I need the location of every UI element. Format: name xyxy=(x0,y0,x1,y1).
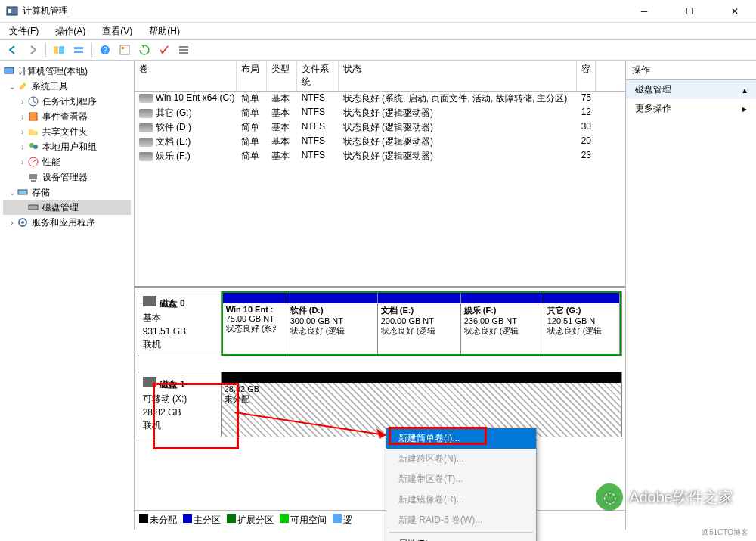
volume-row[interactable]: 娱乐 (F:)简单基本NTFS状态良好 (逻辑驱动器)23 xyxy=(135,149,625,163)
disk-1-row[interactable]: 磁盘 1 可移动 (X:) 28.82 GB 联机 28.82 GB 未分配 xyxy=(138,372,622,437)
tree-storage[interactable]: ⌄ 存储 xyxy=(3,185,131,200)
minimize-button[interactable]: ─ xyxy=(629,1,659,22)
volume-row[interactable]: 软件 (D:)简单基本NTFS状态良好 (逻辑驱动器)30 xyxy=(135,120,625,135)
svg-rect-5 xyxy=(74,47,83,49)
volume-row[interactable]: Win 10 Ent x64 (C:)简单基本NTFS状态良好 (系统, 启动,… xyxy=(135,92,625,106)
svg-rect-0 xyxy=(7,7,17,15)
clock-icon xyxy=(27,95,39,107)
folder-share-icon xyxy=(27,126,39,138)
svg-rect-21 xyxy=(31,180,36,182)
wrench-icon xyxy=(17,80,29,92)
services-icon xyxy=(17,216,29,229)
actions-pane: 操作 磁盘管理▴ 更多操作▸ xyxy=(626,61,756,530)
back-button[interactable] xyxy=(5,42,21,58)
col-status[interactable]: 状态 xyxy=(339,61,577,91)
help-icon[interactable]: ? xyxy=(97,42,113,58)
svg-rect-10 xyxy=(122,47,124,49)
disk-0-partition[interactable]: 其它 (G:)120.51 GB N状态良好 (逻辑 xyxy=(544,293,620,354)
tree-system-tools[interactable]: ⌄ 系统工具 xyxy=(3,79,131,94)
refresh-icon[interactable] xyxy=(136,42,153,58)
ctx-new-raid5-volume: 新建 RAID-5 卷(W)... xyxy=(386,510,536,530)
svg-rect-23 xyxy=(29,205,38,210)
device-icon xyxy=(27,171,39,183)
tree-root[interactable]: 计算机管理(本地) xyxy=(3,64,131,79)
views-icon[interactable] xyxy=(70,42,87,58)
menu-bar: 文件(F) 操作(A) 查看(V) 帮助(H) xyxy=(0,23,756,39)
svg-point-18 xyxy=(33,145,38,149)
storage-icon xyxy=(17,186,29,198)
svg-rect-4 xyxy=(59,46,64,54)
col-layout[interactable]: 布局 xyxy=(237,61,267,91)
tree-services[interactable]: › 服务和应用程序 xyxy=(3,215,131,230)
svg-rect-11 xyxy=(179,46,188,48)
col-type[interactable]: 类型 xyxy=(267,61,297,91)
tree-local-users[interactable]: › 本地用户和组 xyxy=(3,139,131,154)
svg-rect-3 xyxy=(54,46,58,54)
chevron-right-icon: ▸ xyxy=(742,104,747,114)
ctx-properties[interactable]: 属性(P) xyxy=(386,534,536,541)
menu-action[interactable]: 操作(A) xyxy=(52,23,88,39)
volume-row[interactable]: 文档 (E:)简单基本NTFS状态良好 (逻辑驱动器)20 xyxy=(135,135,625,149)
forward-button[interactable] xyxy=(24,42,41,58)
tree-performance[interactable]: › 性能 xyxy=(3,154,131,169)
col-volume[interactable]: 卷 xyxy=(135,61,237,91)
svg-rect-6 xyxy=(74,51,83,53)
disk-0-row[interactable]: 磁盘 0 基本 931.51 GB 联机 Win 10 Ent :75.00 G… xyxy=(138,291,622,356)
disk-0-partition[interactable]: 娱乐 (F:)236.00 GB NT状态良好 (逻辑 xyxy=(461,293,544,354)
disk-graphical-view[interactable]: 磁盘 0 基本 931.51 GB 联机 Win 10 Ent :75.00 G… xyxy=(135,288,625,530)
svg-point-25 xyxy=(21,221,24,224)
menu-help[interactable]: 帮助(H) xyxy=(146,23,183,39)
window-title: 计算机管理 xyxy=(23,5,629,17)
svg-rect-1 xyxy=(8,9,11,11)
disk-icon xyxy=(143,377,156,387)
volume-row[interactable]: 其它 (G:)简单基本NTFS状态良好 (逻辑驱动器)12 xyxy=(135,106,625,120)
check-icon[interactable] xyxy=(156,42,172,58)
context-menu: 新建简单卷(I)... 新建跨区卷(N)... 新建带区卷(T)... 新建镜像… xyxy=(386,428,537,541)
svg-rect-22 xyxy=(18,190,27,194)
ctx-new-mirrored-volume: 新建镜像卷(R)... xyxy=(386,490,536,510)
volume-list[interactable]: 卷 布局 类型 文件系统 状态 容 Win 10 Ent x64 (C:)简单基… xyxy=(135,61,625,288)
disk-0-partition[interactable]: 软件 (D:)300.00 GB NT状态良好 (逻辑 xyxy=(287,293,378,354)
close-button[interactable]: ✕ xyxy=(720,1,750,22)
users-icon xyxy=(27,141,39,153)
disk-0-partition[interactable]: Win 10 Ent :75.00 GB NT状态良好 (系纟 xyxy=(223,293,287,354)
tree-event-viewer[interactable]: › 事件查看器 xyxy=(3,109,131,124)
disk-0-partition[interactable]: 文档 (E:)200.00 GB NT状态良好 (逻辑 xyxy=(378,293,461,354)
disk-1-label: 磁盘 1 可移动 (X:) 28.82 GB 联机 xyxy=(138,372,222,437)
tree-task-scheduler[interactable]: › 任务计划程序 xyxy=(3,94,131,109)
app-icon xyxy=(6,5,18,17)
svg-rect-16 xyxy=(29,113,37,120)
disk-0-label: 磁盘 0 基本 931.51 GB 联机 xyxy=(138,291,222,356)
window-titlebar: 计算机管理 ─ ☐ ✕ xyxy=(0,0,756,23)
svg-rect-20 xyxy=(29,174,37,179)
menu-file[interactable]: 文件(F) xyxy=(6,23,42,39)
navigation-tree[interactable]: 计算机管理(本地) ⌄ 系统工具 › 任务计划程序 › 事件查看器 › 共享文件… xyxy=(0,61,135,530)
actions-more[interactable]: 更多操作▸ xyxy=(626,99,756,118)
ctx-new-spanned-volume: 新建跨区卷(N)... xyxy=(386,449,536,469)
svg-rect-2 xyxy=(8,11,11,13)
tree-disk-management[interactable]: 磁盘管理 xyxy=(3,200,131,215)
computer-icon xyxy=(3,65,15,77)
ctx-new-simple-volume[interactable]: 新建简单卷(I)... xyxy=(386,428,536,449)
disk-icon xyxy=(143,296,156,306)
tree-device-manager[interactable]: 设备管理器 xyxy=(3,169,131,185)
list-icon[interactable] xyxy=(175,42,192,58)
collapse-icon: ▴ xyxy=(742,85,747,95)
svg-rect-9 xyxy=(120,45,129,54)
explorer-icon[interactable] xyxy=(51,42,67,58)
disk-icon xyxy=(27,201,39,213)
svg-rect-12 xyxy=(179,49,188,51)
legend: 未分配 主分区 扩展分区 可用空间 逻 xyxy=(135,510,625,530)
col-capacity[interactable]: 容 xyxy=(577,61,596,91)
maximize-button[interactable]: ☐ xyxy=(674,1,705,22)
menu-view[interactable]: 查看(V) xyxy=(99,23,135,39)
col-filesystem[interactable]: 文件系统 xyxy=(297,61,339,91)
watermark-small: @51CTO博客 xyxy=(702,527,748,538)
wechat-icon: ◌ xyxy=(596,483,623,511)
tree-shared-folders[interactable]: › 共享文件夹 xyxy=(3,124,131,139)
actions-disk-management[interactable]: 磁盘管理▴ xyxy=(626,80,756,99)
svg-rect-14 xyxy=(5,67,14,73)
toolbar: ? xyxy=(0,39,756,61)
options-icon[interactable] xyxy=(116,42,133,58)
watermark-logo: ◌ Adobe软件之家 xyxy=(596,483,733,511)
